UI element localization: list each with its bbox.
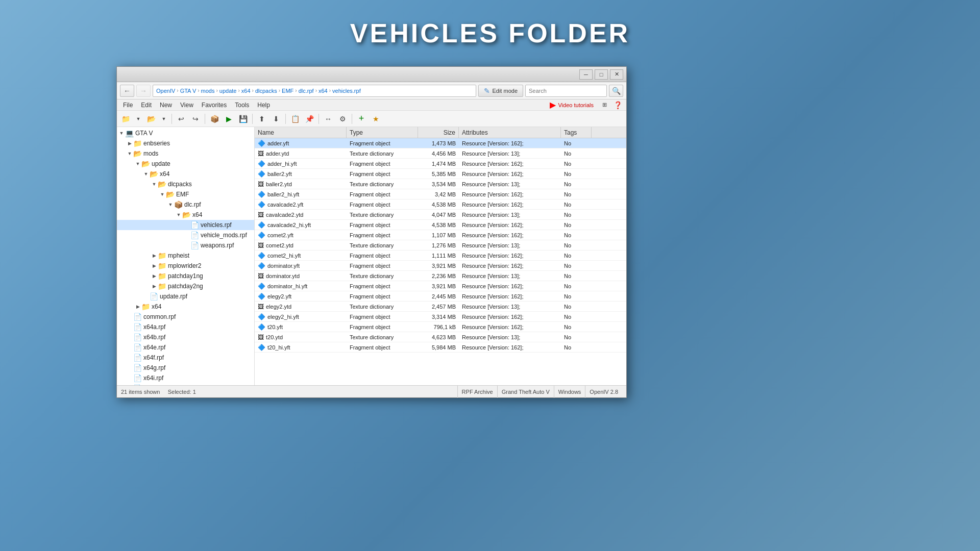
- tree-item-dlcpacks[interactable]: ▼ 📂 dlcpacks: [117, 179, 254, 189]
- file-row[interactable]: 🔷 t20_hi.yft Fragment object 5,984 MB Re…: [255, 342, 626, 353]
- tree-item-vehiclemodsrpf[interactable]: 📄 vehicle_mods.rpf: [117, 230, 254, 240]
- menu-view[interactable]: View: [176, 101, 198, 110]
- move-btn[interactable]: ↔: [322, 113, 335, 125]
- menu-help[interactable]: Help: [253, 101, 274, 110]
- toggle-enbseries[interactable]: ▶: [126, 140, 133, 147]
- file-row[interactable]: 🖼 elegy2.ytd Texture dictionary 2,457 MB…: [255, 302, 626, 312]
- col-header-attributes[interactable]: Attributes: [459, 127, 561, 138]
- file-row[interactable]: 🔷 dominator_hi.yft Fragment object 3,921…: [255, 281, 626, 291]
- file-row[interactable]: 🔷 dominator.yft Fragment object 3,921 MB…: [255, 261, 626, 271]
- file-row[interactable]: 🖼 adder.ytd Texture dictionary 4,456 MB …: [255, 148, 626, 159]
- tree-item-x64-top[interactable]: ▶ 📁 x64: [117, 302, 254, 312]
- menu-edit[interactable]: Edit: [137, 101, 156, 110]
- file-row[interactable]: 🔷 comet2.yft Fragment object 1,107 MB Re…: [255, 230, 626, 240]
- breadcrumb[interactable]: OpenIV › GTA V › mods › update › x64 › d…: [153, 85, 476, 97]
- breadcrumb-update[interactable]: update: [219, 88, 237, 94]
- file-row[interactable]: 🔷 comet2_hi.yft Fragment object 1,111 MB…: [255, 251, 626, 261]
- toggle-gtav[interactable]: ▼: [118, 130, 125, 137]
- file-row[interactable]: 🔷 t20.yft Fragment object 796,1 kB Resou…: [255, 322, 626, 332]
- toggle-x64-2[interactable]: ▼: [175, 211, 182, 218]
- help-button[interactable]: ❓: [611, 99, 624, 111]
- redo-btn[interactable]: ↪: [189, 113, 202, 125]
- minimize-button[interactable]: ─: [579, 69, 593, 80]
- tree-item-dlcrpf[interactable]: ▼ 📦 dlc.rpf: [117, 199, 254, 210]
- archive-btn[interactable]: 📦: [208, 113, 221, 125]
- breadcrumb-x64[interactable]: x64: [241, 88, 251, 94]
- file-row[interactable]: 🔷 baller2.yft Fragment object 5,385 MB R…: [255, 169, 626, 179]
- tree-item-x64frpf[interactable]: 📄 x64f.rpf: [117, 353, 254, 363]
- folder-btn[interactable]: 📁: [119, 113, 132, 125]
- search-input[interactable]: [525, 85, 607, 97]
- tree-item-mods[interactable]: ▼ 📂 mods: [117, 148, 254, 159]
- tree-item-patchday2ng[interactable]: ▶ 📁 patchday2ng: [117, 281, 254, 291]
- close-button[interactable]: ✕: [610, 69, 623, 80]
- folder-add-btn[interactable]: ▶: [222, 113, 235, 125]
- file-row[interactable]: 🖼 comet2.ytd Texture dictionary 1,276 MB…: [255, 240, 626, 251]
- tree-item-x64[interactable]: ▼ 📂 x64: [117, 169, 254, 179]
- file-row[interactable]: 🖼 dominator.ytd Texture dictionary 2,236…: [255, 271, 626, 281]
- props-btn[interactable]: ⚙: [336, 113, 349, 125]
- extract-btn[interactable]: ⬆: [255, 113, 268, 125]
- tree-item-x64erpf[interactable]: 📄 x64e.rpf: [117, 342, 254, 353]
- file-row[interactable]: 🔷 adder.yft Fragment object 1,473 MB Res…: [255, 138, 626, 148]
- tree-item-enbseries[interactable]: ▶ 📁 enbseries: [117, 138, 254, 148]
- tree-item-emf[interactable]: ▼ 📂 EMF: [117, 189, 254, 199]
- undo-btn[interactable]: ↩: [175, 113, 188, 125]
- menu-favorites[interactable]: Favorites: [198, 101, 231, 110]
- file-row[interactable]: 🔷 adder_hi.yft Fragment object 1,474 MB …: [255, 159, 626, 169]
- breadcrumb-dlcpacks[interactable]: dlcpacks: [255, 88, 277, 94]
- toggle-mods[interactable]: ▼: [126, 150, 133, 157]
- toggle-emf[interactable]: ▼: [159, 191, 166, 198]
- maximize-button[interactable]: □: [595, 69, 608, 80]
- tree-item-x64grpf[interactable]: 📄 x64g.rpf: [117, 363, 254, 373]
- toggle-dlcpacks[interactable]: ▼: [151, 181, 158, 188]
- menu-tools[interactable]: Tools: [231, 101, 253, 110]
- open-btn[interactable]: 📂: [144, 113, 158, 125]
- tree-item-mpheist[interactable]: ▶ 📁 mpheist: [117, 251, 254, 261]
- tree-item-gtav[interactable]: ▼ 💻 GTA V: [117, 128, 254, 138]
- star-btn[interactable]: ★: [369, 113, 382, 125]
- tree-item-x64arpf[interactable]: 📄 x64a.rpf: [117, 322, 254, 332]
- tree-item-weaponsrpf[interactable]: 📄 weapons.rpf: [117, 240, 254, 251]
- tree-item-x64brpf[interactable]: 📄 x64b.rpf: [117, 332, 254, 342]
- file-row[interactable]: 🔷 elegy2_hi.yft Fragment object 3,314 MB…: [255, 312, 626, 322]
- breadcrumb-openiv[interactable]: OpenIV: [156, 88, 175, 94]
- edit-mode-button[interactable]: ✎ Edit mode: [478, 85, 523, 97]
- menu-file[interactable]: File: [119, 101, 137, 110]
- paste-btn[interactable]: 📌: [303, 113, 316, 125]
- dropdown-btn[interactable]: ▼: [133, 113, 143, 125]
- view-options-button[interactable]: ⊞: [598, 99, 611, 111]
- import-btn[interactable]: ⬇: [270, 113, 283, 125]
- col-header-name[interactable]: Name: [255, 127, 347, 138]
- col-header-size[interactable]: Size: [418, 127, 459, 138]
- tree-item-updaterpf[interactable]: 📄 update.rpf: [117, 291, 254, 302]
- col-header-tags[interactable]: Tags: [561, 127, 592, 138]
- tree-item-update[interactable]: ▼ 📂 update: [117, 159, 254, 169]
- youtube-badge[interactable]: ▶ Video tutorials: [550, 100, 594, 110]
- toggle-patchday1ng[interactable]: ▶: [151, 272, 158, 280]
- breadcrumb-x64-2[interactable]: x64: [318, 88, 328, 94]
- breadcrumb-dlcrpf[interactable]: dlc.rpf: [299, 88, 314, 94]
- tree-item-patchday1ng[interactable]: ▶ 📁 patchday1ng: [117, 271, 254, 281]
- col-header-type[interactable]: Type: [347, 127, 418, 138]
- dropdown-btn2[interactable]: ▼: [159, 113, 169, 125]
- tree-item-vehiclesrpf[interactable]: 📄 vehicles.rpf: [117, 220, 254, 230]
- toggle-dlcrpf[interactable]: ▼: [167, 201, 174, 208]
- file-row[interactable]: 🔷 cavalcade2.yft Fragment object 4,538 M…: [255, 199, 626, 210]
- breadcrumb-vehiclesrpf[interactable]: vehicles.rpf: [332, 88, 361, 94]
- tree-item-mplowrider2[interactable]: ▶ 📁 mplowrider2: [117, 261, 254, 271]
- file-row[interactable]: 🔷 elegy2.yft Fragment object 2,445 MB Re…: [255, 291, 626, 302]
- search-button[interactable]: 🔍: [609, 85, 623, 97]
- back-button[interactable]: ←: [120, 85, 134, 97]
- toggle-patchday2ng[interactable]: ▶: [151, 283, 158, 290]
- copy-btn[interactable]: 📋: [288, 113, 302, 125]
- file-row[interactable]: 🖼 cavalcade2.ytd Texture dictionary 4,04…: [255, 210, 626, 220]
- tree-item-x64-2[interactable]: ▼ 📂 x64: [117, 210, 254, 220]
- file-row[interactable]: 🖼 t20.ytd Texture dictionary 4,623 MB Re…: [255, 332, 626, 342]
- file-row[interactable]: 🖼 baller2.ytd Texture dictionary 3,534 M…: [255, 179, 626, 189]
- breadcrumb-gtav[interactable]: GTA V: [180, 88, 197, 94]
- toggle-mpheist[interactable]: ▶: [151, 252, 158, 259]
- add-btn[interactable]: +: [355, 113, 368, 125]
- toggle-x64[interactable]: ▼: [142, 170, 150, 178]
- toggle-mplowrider2[interactable]: ▶: [151, 262, 158, 269]
